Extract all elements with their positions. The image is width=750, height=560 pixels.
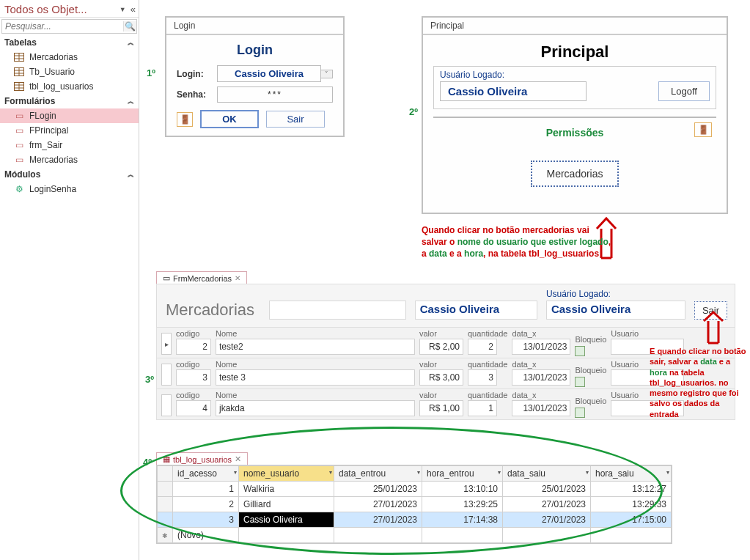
nav-item-tbl-log-usuarios[interactable]: tbl_log_usuarios	[0, 79, 139, 94]
mercadorias-user-display: Cassio Oliveira	[415, 301, 537, 320]
nav-item-loginsenha[interactable]: ⚙ LoginSenha	[0, 182, 139, 196]
collapse-icon[interactable]: ︽	[128, 97, 134, 106]
form-icon: ▭	[13, 125, 25, 136]
form-icon: ▭	[13, 111, 25, 121]
ok-button[interactable]: OK	[200, 110, 259, 128]
record-row: codigo3 Nometeste 3 valorR$ 3,00 quantid…	[156, 358, 735, 389]
login-combo-dropdown-icon[interactable]: ˅	[321, 70, 333, 78]
mercadorias-title: Mercadorias	[166, 301, 254, 320]
bloqueio-checkbox[interactable]	[575, 408, 585, 418]
login-window: Login Login Login: Cassio Oliveira ˅ Sen…	[165, 16, 345, 137]
nav-search-input[interactable]	[2, 20, 123, 33]
col-nome-usuario[interactable]: nome_usuario▾	[239, 466, 334, 482]
quantidade-input[interactable]: 2	[468, 339, 497, 355]
codigo-input[interactable]: 3	[176, 369, 211, 386]
mercadorias-form: Mercadorias Cassio Oliveira Usuário Loga…	[156, 284, 735, 420]
nav-group-formularios[interactable]: Formulários ︽	[0, 94, 139, 108]
door-exit-icon[interactable]: 🚪	[177, 112, 193, 127]
module-icon: ⚙	[13, 184, 25, 194]
tab-tbl-log-usuarios[interactable]: ▦ tbl_log_usuarios ✕	[156, 452, 248, 465]
senha-label: Senha:	[177, 89, 217, 100]
record-selector[interactable]	[161, 394, 172, 416]
record-row: codigo4 Nomejkakda valorR$ 1,00 quantida…	[156, 389, 735, 420]
form-icon: ▭	[13, 140, 25, 150]
principal-header: Principal	[433, 43, 716, 62]
usuario-logado-value: Cassio Oliveira	[440, 81, 587, 101]
usuario-logado-label: Usuário Logado:	[546, 289, 685, 299]
new-row[interactable]: (Novo)	[158, 528, 672, 543]
principal-window: Principal Principal Usuário Logado: Cass…	[422, 16, 728, 214]
quantidade-input[interactable]: 3	[468, 369, 497, 386]
permissoes-header: Permissões	[439, 127, 710, 139]
login-header: Login	[177, 43, 333, 58]
nav-item-form-mercadorias[interactable]: ▭ Mercadorias	[0, 152, 139, 167]
form-icon: ▭	[13, 155, 25, 165]
nav-item-fprincipal[interactable]: ▭ FPrincipal	[0, 123, 139, 138]
form-icon: ▭	[163, 273, 170, 283]
sair-button[interactable]: Sair	[266, 111, 325, 128]
nav-group-modulos[interactable]: Módulos ︽	[0, 167, 139, 182]
valor-input[interactable]: R$ 3,00	[419, 369, 463, 386]
valor-input[interactable]: R$ 1,00	[419, 400, 463, 416]
table-icon	[13, 67, 25, 77]
col-hora-saiu[interactable]: hora_saiu▾	[591, 466, 672, 482]
col-hora-entrou[interactable]: hora_entrou▾	[422, 466, 503, 482]
login-label: Login:	[177, 69, 217, 79]
quantidade-input[interactable]: 1	[468, 400, 497, 416]
step-4-marker: 4º	[143, 457, 152, 468]
login-window-title: Login	[166, 18, 343, 35]
datax-input[interactable]: 13/01/2023	[512, 369, 570, 386]
nav-title: Todos os Objet...	[4, 3, 120, 15]
valor-input[interactable]: R$ 2,00	[419, 339, 463, 355]
login-combo-input[interactable]: Cassio Oliveira	[217, 65, 321, 82]
senha-input[interactable]: ***	[217, 86, 333, 103]
log-table: id_acesso▾ nome_usuario▾ data_entrou▾ ho…	[156, 465, 672, 544]
mercadorias-search-input[interactable]	[269, 301, 406, 320]
step-3-marker: 3º	[145, 374, 154, 385]
col-id-acesso[interactable]: id_acesso▾	[173, 466, 239, 482]
nav-item-mercadorias[interactable]: Mercadorias	[0, 50, 139, 65]
nome-input[interactable]: teste2	[216, 339, 415, 355]
nome-input[interactable]: teste 3	[216, 369, 415, 386]
logoff-button[interactable]: Logoff	[658, 81, 710, 101]
table-row[interactable]: 3 Cassio Oliveira 27/01/2023 17:14:38 27…	[158, 512, 672, 528]
bloqueio-checkbox[interactable]	[575, 346, 585, 356]
bloqueio-checkbox[interactable]	[575, 377, 585, 387]
nav-item-frm-sair[interactable]: ▭ frm_Sair	[0, 138, 139, 152]
collapse-icon[interactable]: ︽	[128, 38, 134, 48]
datax-input[interactable]: 13/01/2023	[512, 400, 570, 416]
mercadorias-button[interactable]: Mercadorias	[531, 161, 619, 187]
table-row[interactable]: 2 Gilliard 27/01/2023 13:29:25 27/01/202…	[158, 497, 672, 512]
nav-item-tb-usuario[interactable]: Tb_Usuario	[0, 65, 139, 79]
col-data-saiu[interactable]: data_saiu▾	[503, 466, 591, 482]
nav-group-tabelas[interactable]: Tabelas ︽	[0, 35, 139, 50]
principal-window-title: Principal	[423, 18, 727, 35]
close-icon[interactable]: ✕	[235, 454, 241, 464]
record-selector[interactable]	[161, 364, 172, 386]
annotation-sair-click: E quando clicar no botão sair, salvar a …	[650, 346, 746, 419]
table-row[interactable]: 1 Walkiria 25/01/2023 13:10:10 25/01/202…	[158, 482, 672, 497]
tab-frmmercadorias[interactable]: ▭ FrmMercadorias ✕	[156, 271, 247, 284]
codigo-input[interactable]: 2	[176, 339, 211, 355]
collapse-icon[interactable]: ︽	[128, 170, 134, 180]
datax-input[interactable]: 13/01/2023	[512, 339, 570, 355]
step-1-marker: 1º	[147, 67, 155, 78]
nav-pin-icon[interactable]: «	[130, 4, 136, 15]
select-all[interactable]	[158, 466, 173, 482]
usuario-logado-label: Usuário Logado:	[440, 70, 587, 80]
step-2-marker: 2º	[409, 106, 418, 117]
codigo-input[interactable]: 4	[176, 400, 211, 416]
col-data-entrou[interactable]: data_entrou▾	[334, 466, 422, 482]
record-selector[interactable]	[161, 333, 172, 355]
search-icon[interactable]: 🔍	[123, 21, 136, 32]
nav-dropdown-icon[interactable]: ▼	[120, 6, 126, 13]
navigation-pane: Todos os Objet... ▼ « 🔍 Tabelas ︽ Mercad…	[0, 0, 139, 560]
selected-cell: Cassio Oliveira	[239, 512, 334, 528]
door-exit-icon[interactable]: 🚪	[694, 122, 712, 137]
table-icon	[13, 81, 25, 92]
nome-input[interactable]: jkakda	[216, 400, 415, 416]
annotation-mercadorias-click: Quando clicar no botão mercadorias vai s…	[422, 224, 612, 260]
record-row: codigo2 Nometeste2 valorR$ 2,00 quantida…	[156, 328, 735, 358]
close-icon[interactable]: ✕	[235, 274, 240, 282]
nav-item-flogin[interactable]: ▭ FLogin	[0, 108, 139, 123]
